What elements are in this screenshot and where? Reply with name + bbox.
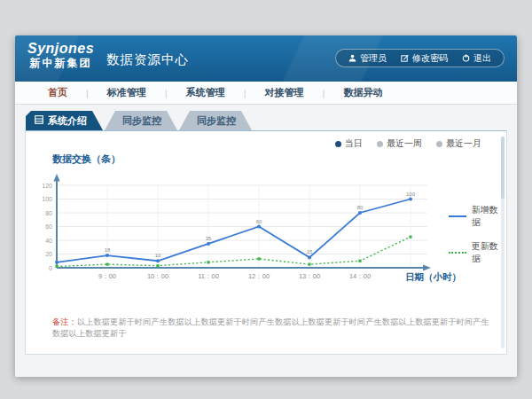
brand-logo-en: Synjones: [27, 41, 94, 57]
svg-text:100: 100: [43, 196, 52, 202]
svg-text:120: 120: [43, 183, 52, 189]
tab-3[interactable]: 同步监控: [179, 111, 252, 130]
user-bar-item-label: 修改密码: [412, 52, 448, 65]
svg-text:15: 15: [307, 249, 313, 254]
user-bar: 管理员修改密码退出: [335, 49, 505, 67]
user-icon: [348, 54, 356, 62]
tab-label: 同步监控: [197, 114, 236, 128]
svg-text:35: 35: [206, 236, 212, 241]
radio-label: 最近一月: [446, 137, 481, 150]
desktop-background: Synjones 新中新集团 数据资源中心 管理员修改密码退出 首页|标准管理|…: [0, 0, 532, 399]
edit-icon: [401, 54, 409, 62]
footnote-text: 以上数据更新于时间产生数据以上数据更新于时间产生数据以上数据更新于时间产生数据以…: [52, 317, 489, 338]
radio-unselected-icon: [377, 141, 383, 147]
nav-item-3[interactable]: 系统管理: [168, 86, 244, 99]
svg-text:12：00: 12：00: [248, 272, 270, 280]
app-window: Synjones 新中新集团 数据资源中心 管理员修改密码退出 首页|标准管理|…: [15, 35, 517, 377]
main-nav: 首页|标准管理|系统管理|对接管理|数据异动: [15, 82, 517, 105]
user-bar-item-3[interactable]: 退出: [455, 52, 498, 65]
user-bar-item-2[interactable]: 修改密码: [394, 52, 455, 65]
radio-option-1[interactable]: 当日: [335, 137, 363, 150]
nav-item-5[interactable]: 数据异动: [325, 86, 401, 99]
svg-text:10: 10: [155, 253, 161, 258]
svg-text:13：00: 13：00: [299, 272, 320, 280]
app-header: Synjones 新中新集团 数据资源中心 管理员修改密码退出: [15, 35, 517, 82]
svg-text:14：00: 14：00: [349, 272, 371, 280]
grid-icon: [35, 115, 43, 126]
svg-text:100: 100: [406, 192, 416, 197]
tab-2[interactable]: 同步监控: [105, 111, 177, 130]
brand-logo: Synjones 新中新集团: [27, 41, 94, 70]
nav-item-1[interactable]: 首页: [29, 86, 86, 99]
svg-text:60: 60: [45, 223, 52, 230]
nav-item-4[interactable]: 对接管理: [246, 86, 323, 99]
page-title: 数据资源中心: [106, 51, 189, 68]
radio-label: 当日: [345, 137, 363, 150]
svg-text:60: 60: [256, 219, 262, 224]
user-bar-item-1[interactable]: 管理员: [341, 52, 394, 65]
tab-label: 同步监控: [122, 114, 161, 128]
radio-unselected-icon: [436, 141, 442, 147]
svg-text:80: 80: [357, 205, 364, 210]
nav-item-2[interactable]: 标准管理: [89, 86, 165, 99]
radio-option-3[interactable]: 最近一月: [436, 137, 481, 150]
time-range-filter: 当日最近一周最近一月: [335, 137, 481, 150]
x-axis-title: 日期（小时）: [405, 271, 461, 284]
footnote-label: 备注：: [52, 317, 77, 326]
radio-label: 最近一周: [387, 137, 422, 150]
svg-text:10：00: 10：00: [147, 272, 168, 280]
tab-1[interactable]: 系统介绍: [26, 111, 103, 130]
svg-text:18: 18: [105, 247, 111, 253]
legend-item-2[interactable]: 更新数据: [449, 240, 506, 265]
scrollbar-thumb[interactable]: [501, 137, 505, 199]
tab-bar: 系统介绍同步监控同步监控: [26, 111, 517, 130]
svg-text:80: 80: [45, 210, 52, 216]
scrollbar[interactable]: [501, 137, 505, 348]
logout-icon: [462, 54, 470, 62]
dotted-line-swatch: [449, 252, 466, 254]
chart-panel: 当日最近一周最近一月 数据交换（条） 0204060801001209：0010…: [25, 130, 507, 355]
svg-text:11：00: 11：00: [198, 272, 219, 280]
line-chart: 0204060801001209：0010：0011：0012：0013：001…: [43, 172, 459, 292]
brand-logo-cn: 新中新集团: [27, 57, 94, 70]
radio-option-2[interactable]: 最近一周: [377, 137, 422, 150]
tab-label: 系统介绍: [48, 114, 87, 128]
svg-text:0: 0: [49, 265, 52, 271]
svg-text:20: 20: [45, 251, 52, 257]
content-area: 系统介绍同步监控同步监控 当日最近一周最近一月 数据交换（条） 02040608…: [15, 105, 517, 377]
svg-text:40: 40: [45, 238, 52, 244]
svg-text:9：00: 9：00: [98, 272, 116, 280]
footnote: 备注：以上数据更新于时间产生数据以上数据更新于时间产生数据以上数据更新于时间产生…: [52, 317, 494, 340]
user-bar-item-label: 管理员: [360, 52, 387, 65]
radio-selected-icon: [335, 141, 341, 147]
legend-item-1[interactable]: 新增数据: [449, 204, 506, 229]
user-bar-item-label: 退出: [473, 52, 491, 65]
chart-legend: 新增数据更新数据: [449, 204, 506, 265]
solid-line-swatch: [449, 215, 466, 217]
y-axis-title: 数据交换（条）: [52, 153, 121, 166]
